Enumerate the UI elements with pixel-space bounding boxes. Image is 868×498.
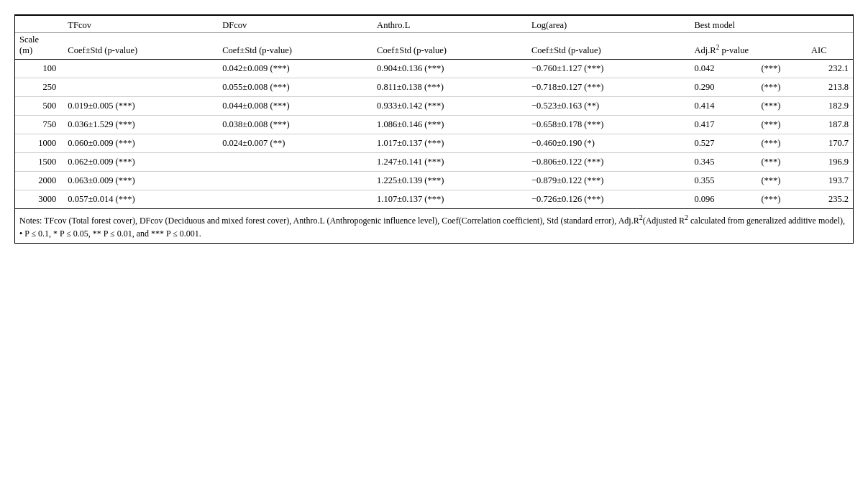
- table-cell: −0.658±0.178 (***): [527, 116, 690, 134]
- table-cell: 2000: [15, 172, 63, 190]
- anthro-header: Anthro.L: [373, 16, 527, 33]
- table-cell: 0.062±0.009 (***): [63, 153, 218, 172]
- table-cell: 0.024±0.007 (**): [218, 134, 373, 153]
- table-cell: 235.2: [807, 190, 853, 209]
- table-row: 1000.042±0.009 (***)0.904±0.136 (***)−0.…: [15, 60, 853, 78]
- table-cell: 0.355: [690, 172, 757, 190]
- logarea-header: Log(area): [527, 16, 690, 33]
- table-cell: −0.523±0.163 (**): [527, 97, 690, 116]
- table-cell: 213.8: [807, 78, 853, 97]
- table-cell: 0.414: [690, 97, 757, 116]
- table-cell: 0.044±0.008 (***): [218, 97, 373, 116]
- aic-subheader: AIC: [807, 33, 853, 60]
- pval-subheader: [757, 33, 807, 60]
- scale-header-empty: [15, 16, 63, 33]
- table-cell: 0.527: [690, 134, 757, 153]
- tfcov-header: TFcov: [63, 16, 218, 33]
- data-table: TFcov DFcov Anthro.L Log(area) Best mode…: [15, 16, 853, 243]
- table-cell: 1.107±0.137 (***): [373, 190, 527, 209]
- table-cell: 0.055±0.008 (***): [218, 78, 373, 97]
- table-cell: [63, 60, 218, 78]
- anthro-subheader: Coef±Std (p-value): [373, 33, 527, 60]
- table-cell: 3000: [15, 190, 63, 209]
- table-cell: 500: [15, 97, 63, 116]
- table-cell: 750: [15, 116, 63, 134]
- table-cell: 0.904±0.136 (***): [373, 60, 527, 78]
- table-cell: 232.1: [807, 60, 853, 78]
- table-row: 5000.019±0.005 (***)0.044±0.008 (***)0.9…: [15, 97, 853, 116]
- table-cell: 1.225±0.139 (***): [373, 172, 527, 190]
- table-cell: (***): [757, 134, 807, 153]
- table-cell: [218, 153, 373, 172]
- table-cell: 0.290: [690, 78, 757, 97]
- table-cell: −0.760±1.127 (***): [527, 60, 690, 78]
- table-cell: 1.017±0.137 (***): [373, 134, 527, 153]
- bestmodel-header: Best model: [690, 16, 853, 33]
- table-cell: 0.063±0.009 (***): [63, 172, 218, 190]
- table-row: 10000.060±0.009 (***)0.024±0.007 (**)1.0…: [15, 134, 853, 153]
- table-cell: 0.096: [690, 190, 757, 209]
- table-cell: 1.086±0.146 (***): [373, 116, 527, 134]
- table-cell: 182.9: [807, 97, 853, 116]
- table-cell: −0.726±0.126 (***): [527, 190, 690, 209]
- tfcov-subheader: Coef±Std (p-value): [63, 33, 218, 60]
- table-cell: 0.345: [690, 153, 757, 172]
- table-cell: 1000: [15, 134, 63, 153]
- table-cell: 0.042±0.009 (***): [218, 60, 373, 78]
- table-cell: 250: [15, 78, 63, 97]
- table-cell: −0.806±0.122 (***): [527, 153, 690, 172]
- table-cell: 0.417: [690, 116, 757, 134]
- table-cell: 1500: [15, 153, 63, 172]
- dfcov-header: DFcov: [218, 16, 373, 33]
- table-cell: 1.247±0.141 (***): [373, 153, 527, 172]
- table-row: 30000.057±0.014 (***)1.107±0.137 (***)−0…: [15, 190, 853, 209]
- table-cell: 0.811±0.138 (***): [373, 78, 527, 97]
- table-cell: (***): [757, 172, 807, 190]
- table-cell: 0.036±1.529 (***): [63, 116, 218, 134]
- table-cell: (***): [757, 78, 807, 97]
- table-cell: 0.038±0.008 (***): [218, 116, 373, 134]
- table-row: 7500.036±1.529 (***)0.038±0.008 (***)1.0…: [15, 116, 853, 134]
- scale-subheader: Scale(m): [15, 33, 63, 60]
- table-cell: −0.718±0.127 (***): [527, 78, 690, 97]
- table-cell: 196.9: [807, 153, 853, 172]
- table-row: 15000.062±0.009 (***)1.247±0.141 (***)−0…: [15, 153, 853, 172]
- table-cell: (***): [757, 116, 807, 134]
- notes-cell: Notes: TFcov (Total forest cover), DFcov…: [15, 209, 853, 244]
- table-cell: [218, 172, 373, 190]
- table-cell: 0.019±0.005 (***): [63, 97, 218, 116]
- table-cell: (***): [757, 190, 807, 209]
- table-row: 20000.063±0.009 (***)1.225±0.139 (***)−0…: [15, 172, 853, 190]
- table-cell: −0.460±0.190 (*): [527, 134, 690, 153]
- table-cell: [63, 78, 218, 97]
- table-cell: 193.7: [807, 172, 853, 190]
- table-cell: 0.057±0.014 (***): [63, 190, 218, 209]
- table-cell: (***): [757, 153, 807, 172]
- logarea-subheader: Coef±Std (p-value): [527, 33, 690, 60]
- dfcov-subheader: Coef±Std (p-value): [218, 33, 373, 60]
- table-cell: 0.933±0.142 (***): [373, 97, 527, 116]
- table-cell: [218, 190, 373, 209]
- table-cell: 0.060±0.009 (***): [63, 134, 218, 153]
- table-cell: 0.042: [690, 60, 757, 78]
- main-table-wrapper: TFcov DFcov Anthro.L Log(area) Best mode…: [14, 14, 854, 244]
- table-cell: 100: [15, 60, 63, 78]
- table-cell: −0.879±0.122 (***): [527, 172, 690, 190]
- table-cell: (***): [757, 60, 807, 78]
- table-row: 2500.055±0.008 (***)0.811±0.138 (***)−0.…: [15, 78, 853, 97]
- adj-subheader: Adj.R2 p-value: [690, 33, 757, 60]
- table-cell: 187.8: [807, 116, 853, 134]
- table-cell: 170.7: [807, 134, 853, 153]
- table-cell: (***): [757, 97, 807, 116]
